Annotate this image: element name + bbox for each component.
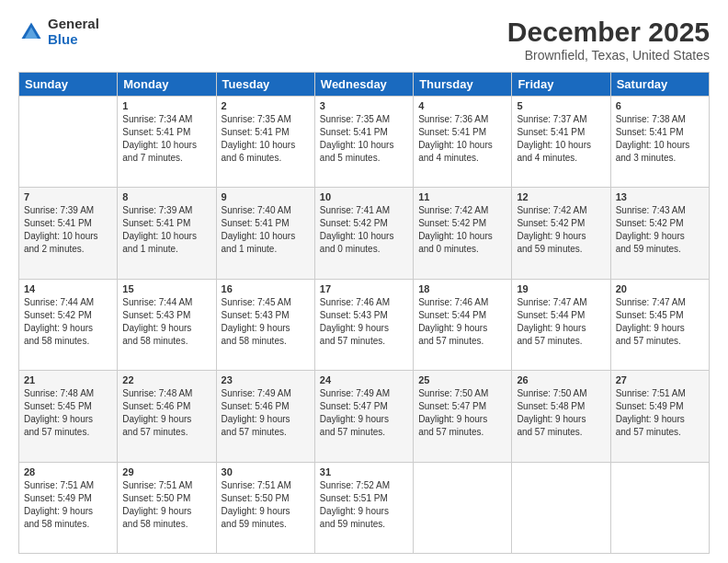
calendar-cell: 2Sunrise: 7:35 AMSunset: 5:41 PMDaylight… (216, 97, 314, 188)
day-info: Sunrise: 7:47 AMSunset: 5:45 PMDaylight:… (616, 296, 704, 348)
calendar-cell: 10Sunrise: 7:41 AMSunset: 5:42 PMDayligh… (314, 188, 413, 279)
day-info: Sunrise: 7:45 AMSunset: 5:43 PMDaylight:… (222, 296, 310, 348)
day-info: Sunrise: 7:46 AMSunset: 5:43 PMDaylight:… (320, 296, 408, 348)
day-number: 16 (222, 283, 310, 294)
calendar-cell: 7Sunrise: 7:39 AMSunset: 5:41 PMDaylight… (19, 188, 118, 279)
calendar-cell (610, 462, 709, 553)
day-info: Sunrise: 7:39 AMSunset: 5:41 PMDaylight:… (122, 204, 210, 256)
page: General Blue December 2025 Brownfield, T… (0, 0, 728, 563)
day-number: 27 (616, 374, 704, 385)
day-info: Sunrise: 7:42 AMSunset: 5:42 PMDaylight:… (517, 204, 605, 256)
day-number: 4 (418, 100, 506, 111)
day-info: Sunrise: 7:48 AMSunset: 5:45 PMDaylight:… (24, 387, 112, 439)
day-number: 28 (24, 466, 112, 477)
day-number: 21 (24, 374, 112, 385)
calendar-cell: 27Sunrise: 7:51 AMSunset: 5:49 PMDayligh… (610, 371, 709, 462)
calendar-cell: 9Sunrise: 7:40 AMSunset: 5:41 PMDaylight… (216, 188, 314, 279)
calendar-header-sunday: Sunday (19, 73, 118, 97)
day-number: 7 (24, 191, 112, 202)
calendar-cell: 12Sunrise: 7:42 AMSunset: 5:42 PMDayligh… (512, 188, 610, 279)
day-info: Sunrise: 7:50 AMSunset: 5:48 PMDaylight:… (517, 387, 605, 439)
calendar-cell (19, 97, 118, 188)
calendar-cell: 13Sunrise: 7:43 AMSunset: 5:42 PMDayligh… (610, 188, 709, 279)
day-info: Sunrise: 7:46 AMSunset: 5:44 PMDaylight:… (418, 296, 506, 348)
day-number: 15 (122, 283, 210, 294)
day-info: Sunrise: 7:36 AMSunset: 5:41 PMDaylight:… (418, 113, 506, 165)
header: General Blue December 2025 Brownfield, T… (18, 17, 710, 63)
day-number: 18 (418, 283, 506, 294)
calendar-cell: 28Sunrise: 7:51 AMSunset: 5:49 PMDayligh… (19, 462, 118, 553)
day-number: 17 (320, 283, 408, 294)
calendar: SundayMondayTuesdayWednesdayThursdayFrid… (18, 72, 710, 554)
day-number: 5 (517, 100, 605, 111)
day-info: Sunrise: 7:41 AMSunset: 5:42 PMDaylight:… (320, 204, 408, 256)
calendar-header-friday: Friday (512, 73, 610, 97)
calendar-header-monday: Monday (118, 73, 216, 97)
day-info: Sunrise: 7:51 AMSunset: 5:50 PMDaylight:… (122, 479, 210, 531)
day-info: Sunrise: 7:34 AMSunset: 5:41 PMDaylight:… (122, 113, 210, 165)
calendar-header-tuesday: Tuesday (216, 73, 314, 97)
day-number: 29 (122, 466, 210, 477)
day-number: 11 (418, 191, 506, 202)
calendar-header-thursday: Thursday (414, 73, 512, 97)
day-number: 19 (517, 283, 605, 294)
day-info: Sunrise: 7:49 AMSunset: 5:46 PMDaylight:… (222, 387, 310, 439)
calendar-cell: 24Sunrise: 7:49 AMSunset: 5:47 PMDayligh… (314, 371, 413, 462)
day-number: 30 (222, 466, 310, 477)
day-number: 10 (320, 191, 408, 202)
logo-icon (18, 19, 44, 45)
day-number: 1 (122, 100, 210, 111)
day-number: 12 (517, 191, 605, 202)
calendar-cell: 16Sunrise: 7:45 AMSunset: 5:43 PMDayligh… (216, 279, 314, 370)
calendar-week-2: 14Sunrise: 7:44 AMSunset: 5:42 PMDayligh… (19, 279, 710, 370)
calendar-cell: 22Sunrise: 7:48 AMSunset: 5:46 PMDayligh… (118, 371, 216, 462)
calendar-header-saturday: Saturday (610, 73, 709, 97)
day-info: Sunrise: 7:35 AMSunset: 5:41 PMDaylight:… (222, 113, 310, 165)
day-info: Sunrise: 7:51 AMSunset: 5:49 PMDaylight:… (24, 479, 112, 531)
calendar-cell: 31Sunrise: 7:52 AMSunset: 5:51 PMDayligh… (314, 462, 413, 553)
day-info: Sunrise: 7:38 AMSunset: 5:41 PMDaylight:… (616, 113, 704, 165)
calendar-cell: 11Sunrise: 7:42 AMSunset: 5:42 PMDayligh… (414, 188, 512, 279)
day-number: 23 (222, 374, 310, 385)
calendar-cell: 19Sunrise: 7:47 AMSunset: 5:44 PMDayligh… (512, 279, 610, 370)
calendar-cell: 26Sunrise: 7:50 AMSunset: 5:48 PMDayligh… (512, 371, 610, 462)
day-info: Sunrise: 7:51 AMSunset: 5:50 PMDaylight:… (222, 479, 310, 531)
day-info: Sunrise: 7:42 AMSunset: 5:42 PMDaylight:… (418, 204, 506, 256)
day-number: 20 (616, 283, 704, 294)
calendar-week-4: 28Sunrise: 7:51 AMSunset: 5:49 PMDayligh… (19, 462, 710, 553)
calendar-week-3: 21Sunrise: 7:48 AMSunset: 5:45 PMDayligh… (19, 371, 710, 462)
calendar-cell: 25Sunrise: 7:50 AMSunset: 5:47 PMDayligh… (414, 371, 512, 462)
calendar-cell: 20Sunrise: 7:47 AMSunset: 5:45 PMDayligh… (610, 279, 709, 370)
logo-general: General (48, 17, 99, 32)
day-info: Sunrise: 7:37 AMSunset: 5:41 PMDaylight:… (517, 113, 605, 165)
day-info: Sunrise: 7:39 AMSunset: 5:41 PMDaylight:… (24, 204, 112, 256)
calendar-cell: 1Sunrise: 7:34 AMSunset: 5:41 PMDaylight… (118, 97, 216, 188)
calendar-cell: 18Sunrise: 7:46 AMSunset: 5:44 PMDayligh… (414, 279, 512, 370)
location: Brownfield, Texas, United States (507, 48, 710, 63)
calendar-cell: 3Sunrise: 7:35 AMSunset: 5:41 PMDaylight… (314, 97, 413, 188)
day-number: 3 (320, 100, 408, 111)
calendar-header-row: SundayMondayTuesdayWednesdayThursdayFrid… (19, 73, 710, 97)
calendar-cell: 23Sunrise: 7:49 AMSunset: 5:46 PMDayligh… (216, 371, 314, 462)
day-info: Sunrise: 7:44 AMSunset: 5:43 PMDaylight:… (122, 296, 210, 348)
day-number: 9 (222, 191, 310, 202)
logo-text: General Blue (48, 17, 99, 47)
day-info: Sunrise: 7:44 AMSunset: 5:42 PMDaylight:… (24, 296, 112, 348)
logo-blue: Blue (48, 32, 99, 48)
calendar-cell (414, 462, 512, 553)
calendar-cell: 6Sunrise: 7:38 AMSunset: 5:41 PMDaylight… (610, 97, 709, 188)
day-number: 24 (320, 374, 408, 385)
calendar-week-1: 7Sunrise: 7:39 AMSunset: 5:41 PMDaylight… (19, 188, 710, 279)
day-number: 26 (517, 374, 605, 385)
calendar-cell: 15Sunrise: 7:44 AMSunset: 5:43 PMDayligh… (118, 279, 216, 370)
calendar-week-0: 1Sunrise: 7:34 AMSunset: 5:41 PMDaylight… (19, 97, 710, 188)
month-title: December 2025 (507, 17, 710, 48)
day-number: 14 (24, 283, 112, 294)
day-number: 31 (320, 466, 408, 477)
day-number: 8 (122, 191, 210, 202)
day-info: Sunrise: 7:35 AMSunset: 5:41 PMDaylight:… (320, 113, 408, 165)
day-info: Sunrise: 7:52 AMSunset: 5:51 PMDaylight:… (320, 479, 408, 531)
day-number: 6 (616, 100, 704, 111)
day-number: 13 (616, 191, 704, 202)
day-info: Sunrise: 7:43 AMSunset: 5:42 PMDaylight:… (616, 204, 704, 256)
